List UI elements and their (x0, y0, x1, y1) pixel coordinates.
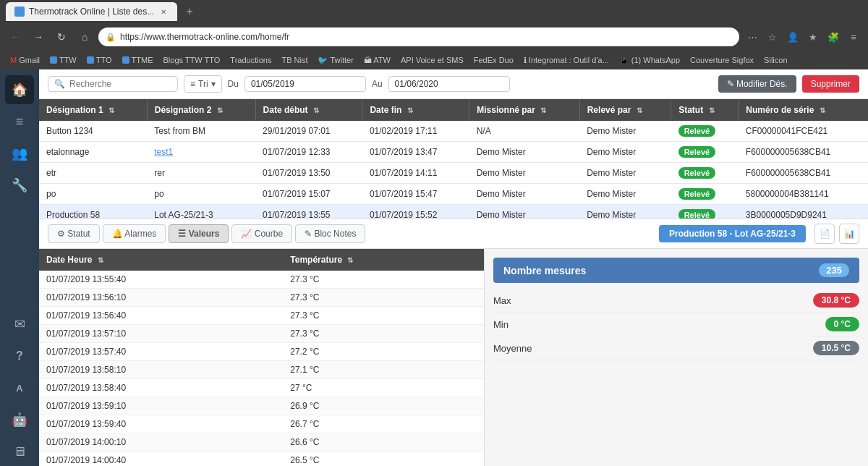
date-from-label: Du (228, 79, 239, 89)
sidebar-item-home[interactable]: 🏠 (5, 75, 34, 104)
col-date-debut[interactable]: Date début ⇅ (255, 99, 362, 121)
bookmark-whatsapp[interactable]: 📱 (1) WhatsApp (615, 54, 684, 67)
bookmark-ttme[interactable]: TTME (118, 54, 158, 66)
tab-valeurs[interactable]: ☰ Valeurs (169, 224, 229, 243)
cell-missionne: Demo Mister (469, 163, 580, 184)
table-row[interactable]: Button 1234 Test from BM 29/01/2019 07:0… (39, 121, 868, 142)
sidebar-item-mail[interactable]: ✉ (5, 310, 34, 339)
cell-date-heure: 01/07/2019 13:56:10 (39, 289, 283, 307)
back-btn[interactable]: ← (6, 27, 25, 46)
bookmark-fedex[interactable]: FedEx Duo (469, 54, 518, 66)
profile-icon[interactable]: 👤 (784, 28, 801, 46)
cell-date-heure: 01/07/2019 13:58:10 (39, 361, 283, 379)
bookmark-star-icon[interactable]: ☆ (764, 28, 781, 46)
bookmark-silicon[interactable]: Silicon (760, 54, 791, 66)
bookmark-blogs[interactable]: Blogs TTW TTO (158, 54, 224, 66)
bookmark-atw[interactable]: 🏔 ATW (359, 54, 395, 66)
cell-missionne: Demo Mister (469, 205, 580, 219)
date-to-input[interactable] (388, 76, 510, 92)
tab-bar: Thermotrack Online | Liste des... ✕ + (0, 0, 868, 23)
sidebar-item-list[interactable]: ≡ (5, 107, 34, 136)
col-serie[interactable]: Numéro de série ⇅ (739, 99, 868, 121)
modifier-btn[interactable]: ✎ Modifier Dés. (718, 75, 796, 93)
search-box[interactable]: 🔍 (48, 76, 178, 92)
values-table-row[interactable]: 01/07/2019 13:57:40 27.2 °C (39, 343, 484, 361)
col-date-fin[interactable]: Date fin ⇅ (362, 99, 469, 121)
values-table-row[interactable]: 01/07/2019 13:59:40 26.7 °C (39, 415, 484, 433)
bookmark-twitter[interactable]: 🐦 Twitter (313, 54, 357, 67)
table-row[interactable]: po po 01/07/2019 15:07 01/07/2019 15:47 … (39, 184, 868, 205)
bookmark-tbnist[interactable]: TB Nist (277, 54, 312, 66)
stat-row: Max 30.8 °C (493, 289, 859, 313)
forward-btn[interactable]: → (29, 27, 48, 46)
new-tab-btn[interactable]: + (180, 2, 199, 21)
sidebar-item-tools[interactable]: 🔧 (5, 171, 34, 200)
extensions-icon[interactable]: ⋯ (744, 28, 761, 46)
star-icon[interactable]: ★ (804, 28, 822, 46)
bookmark-tto[interactable]: TTO (82, 54, 116, 66)
cell-date-debut: 01/07/2019 13:55 (255, 205, 362, 219)
sidebar-item-monitor[interactable]: 🖥 (5, 437, 34, 466)
sidebar-item-help[interactable]: ? (5, 342, 34, 370)
puzzle-icon[interactable]: 🧩 (825, 28, 842, 46)
values-table-row[interactable]: 01/07/2019 14:00:10 26.6 °C (39, 433, 484, 452)
tab-blocnotes[interactable]: ✎ Bloc Notes (295, 224, 365, 243)
col-temperature[interactable]: Température ⇅ (283, 249, 484, 271)
home-nav-btn[interactable]: ⌂ (75, 27, 94, 46)
cell-temp: 27.3 °C (283, 325, 484, 343)
pdf-btn[interactable]: 📄 (814, 224, 835, 244)
date-from-input[interactable] (244, 76, 366, 92)
col-designation1[interactable]: Désignation 1 ⇅ (39, 99, 147, 121)
sort-icon-des1: ⇅ (109, 106, 114, 114)
reload-btn[interactable]: ↻ (52, 27, 71, 46)
col-statut[interactable]: Statut ⇅ (671, 99, 739, 121)
bookmark-integromat[interactable]: ℹ Integromat : Outil d'a... (519, 54, 613, 67)
values-table-row[interactable]: 01/07/2019 13:56:40 27.3 °C (39, 307, 484, 325)
cell-temp: 27 °C (283, 379, 484, 397)
tab-close-btn[interactable]: ✕ (158, 7, 169, 17)
values-table-row[interactable]: 01/07/2019 13:55:40 27.3 °C (39, 271, 484, 289)
values-table-row[interactable]: 01/07/2019 13:58:40 27 °C (39, 379, 484, 397)
filter-btn[interactable]: ≡ Tri ▾ (184, 75, 222, 93)
values-table-container: Date Heure ⇅ Température ⇅ 01/07/2019 13… (39, 249, 485, 466)
cell-des1: etalonnage (39, 142, 147, 163)
cell-des2: test1 (147, 142, 255, 163)
cell-des2: po (147, 184, 255, 205)
tab-statut[interactable]: ⚙ Statut (48, 224, 100, 243)
values-table-row[interactable]: 01/07/2019 13:58:10 27.1 °C (39, 361, 484, 379)
col-releve[interactable]: Relevé par ⇅ (579, 99, 671, 121)
bookmark-sigfox[interactable]: Couverture Sigfox (686, 54, 758, 66)
values-table-row[interactable]: 01/07/2019 13:57:10 27.3 °C (39, 325, 484, 343)
cell-des2: Lot AG-25/21-3 (147, 205, 255, 219)
col-designation2[interactable]: Désignation 2 ⇅ (147, 99, 255, 121)
tab-courbe[interactable]: 📈 Courbe (231, 224, 292, 243)
address-bar[interactable]: 🔒 https://www.thermotrack-online.com/hom… (98, 27, 739, 46)
col-missionne[interactable]: Missionné par ⇅ (469, 99, 580, 121)
cell-date-fin: 01/07/2019 13:47 (362, 142, 469, 163)
table-row[interactable]: etalonnage test1 01/07/2019 12:33 01/07/… (39, 142, 868, 163)
sidebar-item-language[interactable]: A (5, 373, 34, 402)
sidebar-item-users[interactable]: 👥 (5, 139, 34, 168)
values-table-row[interactable]: 01/07/2019 13:56:10 27.3 °C (39, 289, 484, 307)
bookmark-ttw[interactable]: TTW (46, 54, 81, 66)
table-row[interactable]: Production 58 Lot AG-25/21-3 01/07/2019 … (39, 205, 868, 219)
active-tab[interactable]: Thermotrack Online | Liste des... ✕ (6, 2, 177, 21)
filter-label: Tri (198, 79, 208, 89)
values-table-row[interactable]: 01/07/2019 14:00:40 26.5 °C (39, 452, 484, 467)
app-container: 🏠 ≡ 👥 🔧 ✉ ? A 🤖 🖥 🔍 ≡ Tri ▾ Du Au (0, 69, 868, 466)
values-table-row[interactable]: 01/07/2019 13:59:10 26.9 °C (39, 397, 484, 415)
menu-icon[interactable]: ≡ (845, 28, 862, 46)
export-btn[interactable]: 📊 (839, 224, 859, 244)
cell-statut: Relevé (671, 205, 739, 219)
search-input[interactable] (69, 79, 156, 89)
table-row[interactable]: etr rer 01/07/2019 13:50 01/07/2019 14:1… (39, 163, 868, 184)
bookmark-traductions[interactable]: Traductions (226, 54, 276, 66)
bookmark-gmail[interactable]: M Gmail (6, 54, 44, 66)
tab-alarmes[interactable]: 🔔 Alarmes (103, 224, 166, 243)
bookmarks-bar: M Gmail TTW TTO TTME Blogs TTW TTO Tradu… (0, 51, 868, 69)
sidebar-item-bot[interactable]: 🤖 (5, 405, 34, 434)
col-date-heure[interactable]: Date Heure ⇅ (39, 249, 283, 271)
bookmark-api[interactable]: API Voice et SMS (396, 54, 468, 66)
supprimer-btn[interactable]: Supprimer (802, 75, 859, 93)
status-badge: Relevé (678, 209, 715, 219)
